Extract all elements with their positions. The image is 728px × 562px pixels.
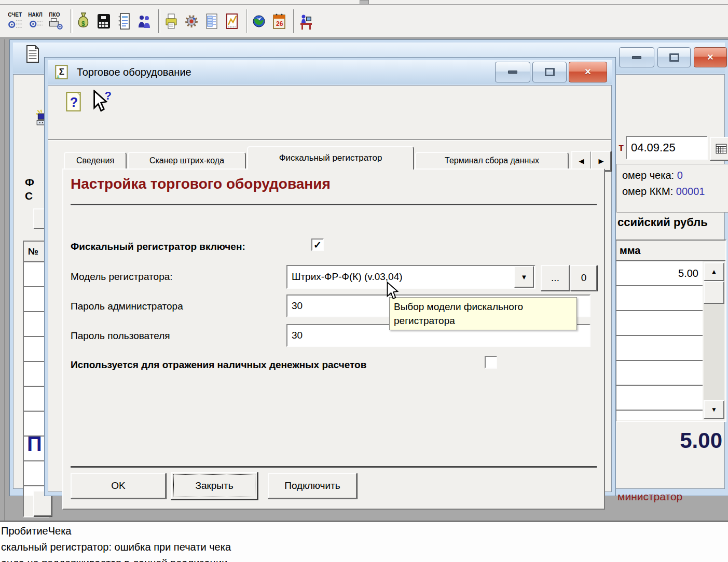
svg-text:$: $ (81, 20, 85, 27)
total-amount: 5.00 (610, 428, 722, 453)
toolbar-separator (293, 9, 295, 33)
message-panel: ПробитиеЧека скальный регистратор: ошибк… (0, 521, 728, 562)
scroll-thumb[interactable] (704, 281, 724, 304)
tab-svedeniya[interactable]: Сведения (64, 152, 127, 170)
user-password-label: Пароль пользователя (71, 330, 170, 342)
scroll-down-icon: ▼ (711, 406, 717, 413)
tab-scroll-left-icon: ◀ (579, 157, 584, 165)
tab-terminal[interactable]: Терминал сбора данных (415, 152, 569, 170)
document-close-button[interactable]: ✕ (694, 47, 727, 67)
tab-scroll-right-icon: ▶ (599, 157, 604, 165)
mouse-cursor (386, 282, 400, 301)
total-letter-fragment: П (27, 432, 42, 456)
trade-equipment-dialog: Σ + Торговое оборудование ✕ ? ? Сведения… (44, 57, 616, 496)
users-icon[interactable] (138, 11, 151, 31)
receipt-number-label: омер чека: (622, 170, 674, 181)
pko-label: ПКО (49, 11, 60, 17)
calendar-icon[interactable]: 26 (272, 11, 286, 31)
svg-text:+: + (56, 73, 60, 80)
date-picker-button[interactable] (710, 137, 728, 161)
maximize-icon (545, 68, 555, 76)
scroll-up-button[interactable]: ▲ (704, 262, 724, 281)
date-label-fragment: т (619, 141, 624, 153)
receipt-info-panel: омер чека: 0 омер ККМ: 00001 (616, 164, 728, 213)
dialog-minimize-button[interactable] (495, 62, 530, 82)
svg-text:?: ? (70, 95, 78, 110)
svg-text:Σ: Σ (59, 66, 64, 77)
calendar-day-label: 26 (276, 20, 283, 27)
cash-drawer-icon[interactable] (97, 11, 111, 31)
chart-report-icon[interactable] (225, 11, 239, 31)
receipt-number-line: омер чека: 0 (622, 170, 728, 181)
close-button[interactable]: Закрыть (171, 472, 258, 500)
heading-rule (71, 204, 597, 206)
focus-rect (173, 474, 255, 497)
toolbar-separator (71, 9, 73, 33)
document-maximize-button[interactable] (657, 47, 691, 67)
scrollbar[interactable]: ▲ ▼ (704, 262, 724, 419)
tab-scanner[interactable]: Сканер штрих-кода (128, 152, 246, 170)
connect-button[interactable]: Подключить (268, 473, 357, 499)
invoice-button[interactable]: СЧЕТ (7, 11, 23, 32)
fiscal-enabled-label: Фискальный регистратор включен: (71, 241, 245, 252)
context-help-button[interactable]: ? (91, 90, 114, 113)
currency-fragment: ссийский рубль (617, 216, 708, 229)
waybill-label: НАКЛ (28, 11, 43, 17)
items-table-body-right[interactable]: 5.00 (616, 261, 703, 420)
settings-gear-icon[interactable] (185, 11, 198, 31)
svg-text:?: ? (104, 90, 111, 102)
exit-user-icon[interactable] (299, 11, 313, 31)
cash-settlements-checkbox[interactable] (485, 356, 497, 369)
dialog-close-button[interactable]: ✕ (569, 62, 607, 82)
help-button[interactable]: ? (64, 91, 83, 113)
message-line: ПробитиеЧека (1, 525, 728, 537)
maximize-icon (669, 53, 679, 62)
toolbar-separator (158, 9, 160, 33)
dialog-sigma-icon: Σ + (54, 64, 70, 80)
date-input[interactable]: 04.09.25 (626, 136, 708, 160)
main-toolbar: СЧЕТ НАКЛ ПКО $ (0, 4, 728, 38)
document-minimize-button[interactable] (619, 47, 654, 67)
minimize-icon (508, 71, 517, 74)
ok-button[interactable]: OK (71, 473, 166, 499)
items-table-right[interactable]: мма 5.00 ▲ ▼ (615, 240, 726, 422)
mdi-left-edge (4, 39, 5, 521)
model-combobox[interactable]: Штрих-ФР-Ф(К) (v.03,04) ▼ (286, 265, 535, 289)
operator-fragment: министратор (617, 490, 682, 503)
close-icon: ✕ (707, 53, 713, 62)
model-tooltip: Выбор модели фискального регистратора (389, 297, 577, 330)
print-receipt-icon[interactable] (164, 11, 178, 31)
calendar-grid-icon (716, 144, 727, 154)
model-zero-button[interactable]: 0 (570, 265, 597, 291)
amount-cell: 5.00 (616, 261, 703, 279)
globe-icon[interactable] (252, 11, 266, 31)
scroll-down-button[interactable]: ▼ (704, 400, 724, 419)
field-label-fragment-c: С (25, 190, 33, 202)
application-screen: СЧЕТ НАКЛ ПКО $ (0, 0, 728, 562)
admin-password-value: 30 (292, 300, 303, 312)
table-report-icon[interactable] (205, 11, 218, 31)
page-heading: Настройка торгового оборудования (71, 176, 331, 192)
fiscal-enabled-checkbox[interactable]: ✓ (311, 238, 324, 251)
kkm-number-value: 00001 (676, 186, 705, 197)
receipt-number-value: 0 (677, 170, 683, 181)
model-dropdown-button[interactable]: ▼ (514, 266, 534, 288)
model-browse-button[interactable]: ... (541, 265, 570, 291)
chevron-down-icon: ▼ (521, 273, 528, 281)
date-value: 04.09.25 (631, 141, 676, 154)
waybill-button[interactable]: НАКЛ (28, 11, 43, 32)
document-check-icon[interactable] (117, 11, 131, 31)
pko-print-button[interactable]: ПКО (48, 11, 63, 32)
dialog-toolbar-separator (48, 139, 611, 140)
money-bag-icon[interactable]: $ (77, 11, 90, 31)
admin-password-label: Пароль администратора (71, 301, 183, 312)
message-line: скальный регистратор: ошибка при печати … (1, 541, 728, 553)
scroll-up-icon: ▲ (711, 268, 717, 275)
dialog-maximize-button[interactable] (532, 62, 567, 82)
button-rule (71, 466, 597, 468)
dialog-title: Торговое оборудование (77, 66, 191, 78)
model-label: Модель регистратора: (71, 271, 173, 283)
tab-fiscal-registrar[interactable]: Фискальный регистратор (247, 146, 414, 170)
dialog-client: ? ? Сведения Сканер штрих-кода Фискальны… (48, 85, 612, 492)
kkm-number-label: омер ККМ: (622, 186, 673, 197)
